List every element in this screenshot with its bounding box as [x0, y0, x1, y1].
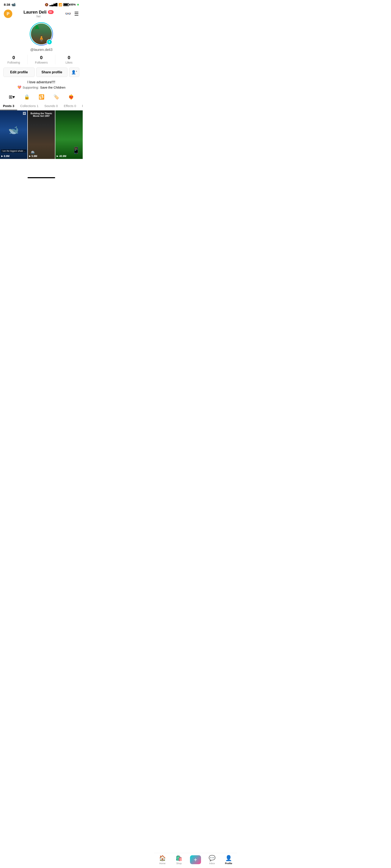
avatar-wrapper: + — [30, 22, 53, 45]
video-label-2: Building the Titanic Movie Set 1997 — [28, 112, 55, 117]
home-indicator — [28, 177, 55, 178]
heart-ribbon-icon: 💝 — [18, 85, 22, 89]
wifi-icon: 📶 — [59, 3, 62, 6]
content-tabs: Posts 3 Collections 1 Sounds 0 Effects 0… — [0, 102, 83, 111]
glasses-icon[interactable]: 👓 — [65, 11, 71, 17]
supporting-org: Save the Children — [40, 86, 65, 89]
video-thumb-3[interactable]: 📱 ▶ 40.9M — [55, 111, 83, 159]
video-thumb-2[interactable]: Building the Titanic Movie Set 1997 🚢 ▶ … — [28, 111, 55, 159]
stats-row: 0 Following 0 Followers 0 Likes — [0, 55, 83, 64]
add-user-button[interactable]: 👤+ — [69, 68, 79, 77]
followers-label: Followers — [35, 61, 48, 64]
signal-icon: ▂▄▆█ — [50, 3, 57, 6]
likes-count: 0 — [68, 55, 70, 60]
likes-label: Likes — [65, 61, 72, 64]
video-views-2: ▶ 5.9M — [29, 155, 37, 158]
filter-mentioned-button[interactable]: 🏷️ — [54, 94, 59, 100]
battery-pct: 85% — [70, 3, 76, 6]
bio-text: I love adventure!!!! — [18, 80, 65, 84]
battery-dot — [77, 4, 79, 5]
filter-row: ⊞▾ 🔒 🔁 🏷️ ❤️‍🔥 — [0, 91, 83, 102]
share-profile-button[interactable]: Share profile — [36, 68, 67, 77]
filter-all-button[interactable]: ⊞▾ — [9, 94, 15, 100]
p-badge[interactable]: P — [4, 9, 12, 18]
play-icon-2: ▶ — [29, 155, 31, 157]
mute-icon: 🔕 — [45, 3, 48, 6]
camera-icon: 📹 — [11, 3, 16, 6]
bio-section: I love adventure!!!! 💝 Supporting: Save … — [13, 80, 70, 91]
add-user-icon: 👤+ — [71, 70, 77, 74]
profile-section: + @lauren.deli3 0 Following 0 Followers … — [0, 20, 83, 91]
supporting-row: 💝 Supporting: Save the Children — [18, 85, 65, 89]
edit-profile-button[interactable]: Edit profile — [3, 68, 35, 77]
tab-effects[interactable]: Effects 0 — [61, 102, 79, 110]
following-count: 0 — [12, 55, 15, 60]
following-label: Following — [7, 61, 20, 64]
video-views-1: ▶ 8.9M — [1, 155, 9, 158]
filter-repost-button[interactable]: 🔁 — [38, 94, 44, 100]
profile-handle: @lauren.deli3 — [30, 48, 52, 52]
user-display-name: Lauren Deli 9+ — [24, 10, 54, 14]
action-row: Edit profile Share profile 👤+ — [0, 68, 83, 77]
tab-sounds[interactable]: Sounds 0 — [41, 102, 61, 110]
status-bar: 8:38 📹 🔕 ▂▄▆█ 📶 85% — [0, 0, 83, 8]
play-icon-1: ▶ — [1, 155, 3, 157]
video-caption-1: I am the biggest whale ... — [1, 149, 27, 153]
following-stat[interactable]: 0 Following — [0, 55, 28, 64]
whale-decoration: 🐋 — [8, 125, 19, 135]
gallery-badge-1: 🖼 — [23, 112, 26, 116]
likes-stat[interactable]: 0 Likes — [55, 55, 83, 64]
top-nav: P Lauren Deli 9+ her 👓 ☰ — [0, 8, 83, 20]
battery-indicator — [63, 3, 69, 6]
video-grid: 🐋 🖼 I am the biggest whale ... ▶ 8.9M Bu… — [0, 111, 83, 159]
notification-badge[interactable]: 9+ — [48, 10, 54, 14]
phone-decoration: 📱 — [72, 147, 80, 154]
tab-pro[interactable]: Pro — [79, 102, 83, 110]
time-display: 8:38 — [4, 3, 10, 6]
tab-collections[interactable]: Collections 1 — [17, 102, 41, 110]
video-thumb-1[interactable]: 🐋 🖼 I am the biggest whale ... ▶ 8.9M — [0, 111, 27, 159]
filter-lock-button[interactable]: 🔒 — [24, 94, 30, 100]
add-friend-button[interactable]: + — [47, 39, 52, 45]
pronoun-label: her — [36, 14, 41, 18]
menu-icon[interactable]: ☰ — [74, 11, 79, 17]
followers-stat[interactable]: 0 Followers — [28, 55, 55, 64]
filter-liked-button[interactable]: ❤️‍🔥 — [68, 94, 74, 100]
video-views-3: ▶ 40.9M — [57, 155, 66, 158]
play-icon-3: ▶ — [57, 155, 58, 157]
supporting-label: Supporting: — [23, 86, 39, 89]
tab-posts[interactable]: Posts 3 — [0, 102, 17, 110]
titanic-decoration: 🚢 — [31, 150, 35, 154]
followers-count: 0 — [40, 55, 42, 60]
